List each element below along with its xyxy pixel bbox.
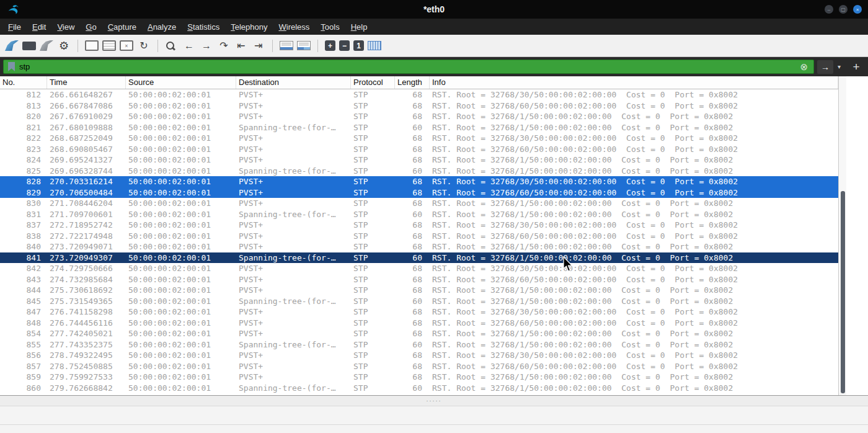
menu-item-file[interactable]: File bbox=[2, 20, 27, 33]
packet-row-845[interactable]: 845275.73154936550:00:00:02:00:01Spannin… bbox=[0, 296, 838, 307]
capture-options-icon[interactable]: ⚙ bbox=[57, 38, 71, 53]
packet-row-830[interactable]: 830271.70844620450:00:00:02:00:01PVST+ST… bbox=[0, 198, 838, 209]
menu-item-tools[interactable]: Tools bbox=[315, 20, 345, 33]
menu-item-edit[interactable]: Edit bbox=[27, 20, 51, 33]
packet-row-842[interactable]: 842274.72975066650:00:00:02:00:01PVST+ST… bbox=[0, 263, 838, 274]
packet-row-812[interactable]: 812266.66164826750:00:00:02:00:01PVST+ST… bbox=[0, 89, 838, 100]
packet-row-824[interactable]: 824269.69524132750:00:00:02:00:01PVST+ST… bbox=[0, 154, 838, 166]
packet-cell: 50:00:00:02:00:01 bbox=[126, 231, 236, 242]
resize-columns-icon[interactable] bbox=[368, 41, 381, 50]
packet-row-857[interactable]: 857278.75245088550:00:00:02:00:01PVST+ST… bbox=[0, 361, 838, 372]
maximize-button[interactable]: ▢ bbox=[839, 5, 848, 14]
packet-row-838[interactable]: 838272.72217494850:00:00:02:00:01PVST+ST… bbox=[0, 231, 838, 242]
zoom-in-icon[interactable]: + bbox=[325, 40, 335, 51]
menu-item-analyze[interactable]: Analyze bbox=[142, 20, 182, 33]
packet-cell: 276.744456116 bbox=[47, 318, 126, 329]
minimize-button[interactable]: – bbox=[825, 5, 833, 14]
packet-row-829[interactable]: 829270.70650048450:00:00:02:00:01PVST+ST… bbox=[0, 187, 838, 199]
packet-cell: 68 bbox=[395, 144, 430, 155]
restart-capture-icon[interactable] bbox=[40, 40, 53, 51]
packet-row-825[interactable]: 825269.69632874450:00:00:02:00:01Spannin… bbox=[0, 166, 838, 177]
column-header-destination[interactable]: Destination bbox=[236, 76, 351, 89]
column-header-row: No.TimeSourceDestinationProtocolLengthIn… bbox=[0, 76, 838, 89]
splitter-handle-icon[interactable]: ····· bbox=[427, 398, 442, 404]
start-capture-icon[interactable] bbox=[5, 40, 19, 51]
packet-row-831[interactable]: 831271.70970060150:00:00:02:00:01Spannin… bbox=[0, 209, 838, 220]
packet-cell: 269.695241327 bbox=[47, 154, 126, 166]
zoom-100-icon[interactable]: 1 bbox=[353, 40, 364, 51]
column-header-source[interactable]: Source bbox=[126, 76, 236, 89]
filter-input[interactable] bbox=[19, 62, 794, 71]
column-header-no[interactable]: No. bbox=[0, 76, 47, 89]
open-file-icon[interactable] bbox=[85, 40, 99, 51]
packet-row-840[interactable]: 840273.72094907150:00:00:02:00:01PVST+ST… bbox=[0, 241, 838, 252]
filter-bookmark-icon[interactable] bbox=[8, 62, 15, 71]
packet-row-844[interactable]: 844275.73061869250:00:00:02:00:01PVST+ST… bbox=[0, 285, 838, 296]
packet-row-854[interactable]: 854277.74240502150:00:00:02:00:01PVST+ST… bbox=[0, 328, 838, 339]
menu-item-view[interactable]: View bbox=[51, 20, 80, 33]
display-filter-field[interactable]: ⊗ bbox=[3, 60, 814, 74]
scrollbar-thumb[interactable] bbox=[841, 191, 845, 393]
filter-clear-icon[interactable]: ⊗ bbox=[799, 62, 809, 71]
first-packet-icon[interactable]: ⇤ bbox=[234, 38, 248, 53]
packet-cell: Spanning-tree-(for-… bbox=[236, 252, 351, 264]
pane-splitter[interactable]: ····· bbox=[0, 396, 868, 406]
save-file-icon[interactable] bbox=[102, 40, 116, 51]
column-header-protocol[interactable]: Protocol bbox=[351, 76, 395, 89]
packet-row-823[interactable]: 823268.69080546750:00:00:02:00:01PVST+ST… bbox=[0, 144, 838, 155]
add-filter-button[interactable]: + bbox=[849, 60, 864, 74]
packet-cell: STP bbox=[351, 383, 395, 394]
packet-row-820[interactable]: 820267.67691002950:00:00:02:00:01PVST+ST… bbox=[0, 111, 838, 122]
packet-cell: RST. Root = 32768/1/50:00:00:02:00:00 Co… bbox=[430, 241, 838, 252]
menu-item-telephony[interactable]: Telephony bbox=[225, 20, 273, 33]
close-button[interactable]: × bbox=[853, 5, 862, 14]
goto-packet-icon[interactable]: ↷ bbox=[217, 38, 231, 53]
packet-row-813[interactable]: 813266.66784708650:00:00:02:00:01PVST+ST… bbox=[0, 100, 838, 112]
packet-cell: PVST+ bbox=[236, 318, 351, 329]
menu-item-help[interactable]: Help bbox=[345, 20, 373, 33]
menu-item-statistics[interactable]: Statistics bbox=[182, 20, 225, 33]
last-packet-icon[interactable]: ⇥ bbox=[252, 38, 265, 53]
packet-cell: STP bbox=[351, 100, 395, 112]
packet-row-821[interactable]: 821267.68010988850:00:00:02:00:01Spannin… bbox=[0, 122, 838, 133]
packet-row-822[interactable]: 822268.68725204950:00:00:02:00:01PVST+ST… bbox=[0, 133, 838, 144]
reload-file-icon[interactable]: ↻ bbox=[137, 38, 151, 53]
packet-row-848[interactable]: 848276.74445611650:00:00:02:00:01PVST+ST… bbox=[0, 318, 838, 329]
packet-cell: PVST+ bbox=[236, 100, 351, 112]
packet-row-837[interactable]: 837272.71895274250:00:00:02:00:01PVST+ST… bbox=[0, 220, 838, 231]
previous-packet-icon[interactable]: ← bbox=[182, 38, 196, 53]
find-packet-icon[interactable] bbox=[165, 40, 179, 51]
filter-apply-button[interactable]: → bbox=[817, 60, 833, 74]
packet-cell: STP bbox=[351, 350, 395, 361]
column-header-info[interactable]: Info bbox=[430, 76, 838, 89]
packet-cell: STP bbox=[351, 306, 395, 318]
zoom-out-icon[interactable]: − bbox=[339, 40, 350, 51]
packet-cell: 857 bbox=[0, 361, 47, 372]
packet-cell: 273.720949071 bbox=[47, 241, 126, 252]
packet-list-scrollbar[interactable] bbox=[838, 76, 846, 395]
packet-cell: 50:00:00:02:00:01 bbox=[126, 198, 236, 209]
colorize-icon[interactable] bbox=[297, 41, 311, 50]
packet-row-828[interactable]: 828270.70331621450:00:00:02:00:01PVST+ST… bbox=[0, 176, 838, 187]
packet-cell: 68 bbox=[395, 241, 430, 252]
packet-row-856[interactable]: 856278.74932249550:00:00:02:00:01PVST+ST… bbox=[0, 350, 838, 361]
menu-item-go[interactable]: Go bbox=[80, 20, 102, 33]
column-header-length[interactable]: Length bbox=[395, 76, 430, 89]
next-packet-icon[interactable]: → bbox=[200, 38, 213, 53]
packet-row-847[interactable]: 847276.74115829850:00:00:02:00:01PVST+ST… bbox=[0, 306, 838, 318]
wireshark-window: *eth0 – ▢ × FileEditViewGoCaptureAnalyze… bbox=[0, 0, 868, 433]
packet-row-841[interactable]: 841273.72094930750:00:00:02:00:01Spannin… bbox=[0, 252, 838, 264]
column-header-time[interactable]: Time bbox=[47, 76, 126, 89]
packet-cell: 68 bbox=[395, 350, 430, 361]
packet-row-843[interactable]: 843274.73298568450:00:00:02:00:01PVST+ST… bbox=[0, 274, 838, 285]
packet-row-860[interactable]: 860279.76266884250:00:00:02:00:01Spannin… bbox=[0, 383, 838, 394]
filter-dropdown-caret-icon[interactable]: ▾ bbox=[836, 63, 842, 70]
packet-row-855[interactable]: 855277.74335237550:00:00:02:00:01Spannin… bbox=[0, 339, 838, 350]
packet-row-859[interactable]: 859279.75992753350:00:00:02:00:01PVST+ST… bbox=[0, 372, 838, 383]
autoscroll-icon[interactable] bbox=[280, 41, 293, 50]
menu-item-capture[interactable]: Capture bbox=[102, 20, 142, 33]
stop-capture-icon[interactable] bbox=[22, 42, 36, 50]
menu-item-wireless[interactable]: Wireless bbox=[273, 20, 316, 33]
packet-cell: 68 bbox=[395, 111, 430, 122]
close-file-icon[interactable]: × bbox=[120, 40, 133, 51]
